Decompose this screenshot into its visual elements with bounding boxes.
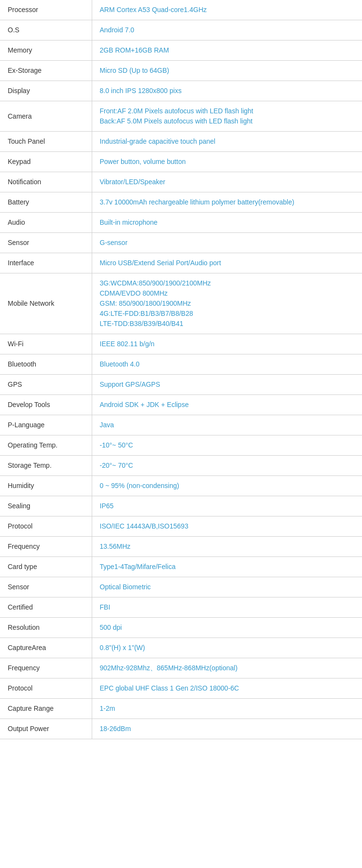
table-row: Battery3.7v 10000mAh rechargeable lithiu… xyxy=(0,192,362,213)
table-row: CaptureArea0.8"(H) x 1"(W) xyxy=(0,638,362,658)
table-row: Storage Temp.-20°~ 70°C xyxy=(0,456,362,476)
spec-value: 0.8"(H) x 1"(W) xyxy=(92,638,362,658)
table-row: Memory2GB ROM+16GB RAM xyxy=(0,41,362,61)
spec-value: 500 dpi xyxy=(92,618,362,638)
spec-value: Type1-4Tag/Mifare/Felica xyxy=(92,557,362,577)
spec-value: 902Mhz-928Mhz、865MHz-868MHz(optional) xyxy=(92,658,362,678)
spec-label: Mobile Network xyxy=(0,273,92,334)
spec-label: Audio xyxy=(0,213,92,233)
spec-value: 18-26dBm xyxy=(92,719,362,739)
spec-value: Bluetooth 4.0 xyxy=(92,354,362,375)
spec-label: Protocol xyxy=(0,678,92,699)
table-row: AudioBuilt-in microphone xyxy=(0,213,362,233)
spec-label: Resolution xyxy=(0,618,92,638)
spec-label: Develop Tools xyxy=(0,395,92,415)
spec-label: Sealing xyxy=(0,496,92,516)
spec-value: Optical Biometric xyxy=(92,577,362,597)
table-row: O.SAndroid 7.0 xyxy=(0,20,362,41)
spec-label: Frequency xyxy=(0,537,92,557)
table-row: ProtocolISO/IEC 14443A/B,ISO15693 xyxy=(0,516,362,537)
spec-value: Java xyxy=(92,415,362,435)
spec-value: 3G:WCDMA:850/900/1900/2100MHzCDMA/EVDO 8… xyxy=(92,273,362,334)
spec-label: Bluetooth xyxy=(0,354,92,375)
spec-label: Wi-Fi xyxy=(0,334,92,354)
table-row: Wi-FiIEEE 802.11 b/g/n xyxy=(0,334,362,354)
spec-label: GPS xyxy=(0,375,92,395)
spec-value: ARM Cortex A53 Quad-core1.4GHz xyxy=(92,0,362,20)
spec-label: Certified xyxy=(0,597,92,618)
spec-label: Ex-Storage xyxy=(0,61,92,81)
spec-value: Support GPS/AGPS xyxy=(92,375,362,395)
table-row: SensorOptical Biometric xyxy=(0,577,362,597)
table-row: NotificationVibrator/LED/Speaker xyxy=(0,172,362,192)
spec-value: IP65 xyxy=(92,496,362,516)
spec-value: 8.0 inch IPS 1280x800 pixs xyxy=(92,81,362,101)
spec-label: Notification xyxy=(0,172,92,192)
spec-label: Card type xyxy=(0,557,92,577)
spec-label: Memory xyxy=(0,41,92,61)
table-row: P-LanguageJava xyxy=(0,415,362,435)
spec-value: -10°~ 50°C xyxy=(92,435,362,456)
spec-label: Storage Temp. xyxy=(0,456,92,476)
table-row: Touch PanelIndustrial-grade capacitive t… xyxy=(0,132,362,152)
spec-value: 1-2m xyxy=(92,699,362,719)
spec-value: ISO/IEC 14443A/B,ISO15693 xyxy=(92,516,362,537)
table-row: SensorG-sensor xyxy=(0,233,362,253)
spec-value: 3.7v 10000mAh rechargeable lithium polym… xyxy=(92,192,362,213)
spec-value: Android SDK + JDK + Eclipse xyxy=(92,395,362,415)
table-row: Frequency13.56MHz xyxy=(0,537,362,557)
spec-label: CaptureArea xyxy=(0,638,92,658)
spec-value: FBI xyxy=(92,597,362,618)
spec-label: Output Power xyxy=(0,719,92,739)
spec-label: Frequency xyxy=(0,658,92,678)
spec-label: Processor xyxy=(0,0,92,20)
spec-label: Protocol xyxy=(0,516,92,537)
table-row: Resolution500 dpi xyxy=(0,618,362,638)
table-row: Humidity0 ~ 95% (non-condensing) xyxy=(0,476,362,496)
spec-label: Battery xyxy=(0,192,92,213)
table-row: BluetoothBluetooth 4.0 xyxy=(0,354,362,375)
spec-label: Humidity xyxy=(0,476,92,496)
table-row: ProtocolEPC global UHF Class 1 Gen 2/ISO… xyxy=(0,678,362,699)
spec-value: G-sensor xyxy=(92,233,362,253)
spec-label: Capture Range xyxy=(0,699,92,719)
spec-value: Android 7.0 xyxy=(92,20,362,41)
table-row: Mobile Network3G:WCDMA:850/900/1900/2100… xyxy=(0,273,362,334)
spec-value: EPC global UHF Class 1 Gen 2/ISO 18000-6… xyxy=(92,678,362,699)
table-row: ProcessorARM Cortex A53 Quad-core1.4GHz xyxy=(0,0,362,20)
spec-value: 13.56MHz xyxy=(92,537,362,557)
table-row: KeypadPower button, volume button xyxy=(0,152,362,172)
table-row: Develop ToolsAndroid SDK + JDK + Eclipse xyxy=(0,395,362,415)
table-row: CameraFront:AF 2.0M Pixels autofocus wit… xyxy=(0,101,362,132)
specs-table: ProcessorARM Cortex A53 Quad-core1.4GHzO… xyxy=(0,0,362,739)
table-row: Output Power18-26dBm xyxy=(0,719,362,739)
spec-label: O.S xyxy=(0,20,92,41)
spec-value: -20°~ 70°C xyxy=(92,456,362,476)
spec-label: Touch Panel xyxy=(0,132,92,152)
spec-value: Power button, volume button xyxy=(92,152,362,172)
spec-label: Operating Temp. xyxy=(0,435,92,456)
spec-value: Micro SD (Up to 64GB) xyxy=(92,61,362,81)
spec-label: Keypad xyxy=(0,152,92,172)
table-row: Frequency902Mhz-928Mhz、865MHz-868MHz(opt… xyxy=(0,658,362,678)
spec-value: Front:AF 2.0M Pixels autofocus with LED … xyxy=(92,101,362,132)
spec-value: 0 ~ 95% (non-condensing) xyxy=(92,476,362,496)
spec-label: Camera xyxy=(0,101,92,132)
table-row: Ex-StorageMicro SD (Up to 64GB) xyxy=(0,61,362,81)
spec-value: 2GB ROM+16GB RAM xyxy=(92,41,362,61)
spec-label: P-Language xyxy=(0,415,92,435)
table-row: Display8.0 inch IPS 1280x800 pixs xyxy=(0,81,362,101)
spec-value: Industrial-grade capacitive touch panel xyxy=(92,132,362,152)
table-row: Capture Range1-2m xyxy=(0,699,362,719)
spec-value: Micro USB/Extend Serial Port/Audio port xyxy=(92,253,362,273)
spec-label: Display xyxy=(0,81,92,101)
spec-value: Vibrator/LED/Speaker xyxy=(92,172,362,192)
spec-value: Built-in microphone xyxy=(92,213,362,233)
table-row: CertifiedFBI xyxy=(0,597,362,618)
spec-label: Sensor xyxy=(0,233,92,253)
spec-label: Interface xyxy=(0,253,92,273)
table-row: InterfaceMicro USB/Extend Serial Port/Au… xyxy=(0,253,362,273)
table-row: SealingIP65 xyxy=(0,496,362,516)
table-row: GPSSupport GPS/AGPS xyxy=(0,375,362,395)
spec-value: IEEE 802.11 b/g/n xyxy=(92,334,362,354)
